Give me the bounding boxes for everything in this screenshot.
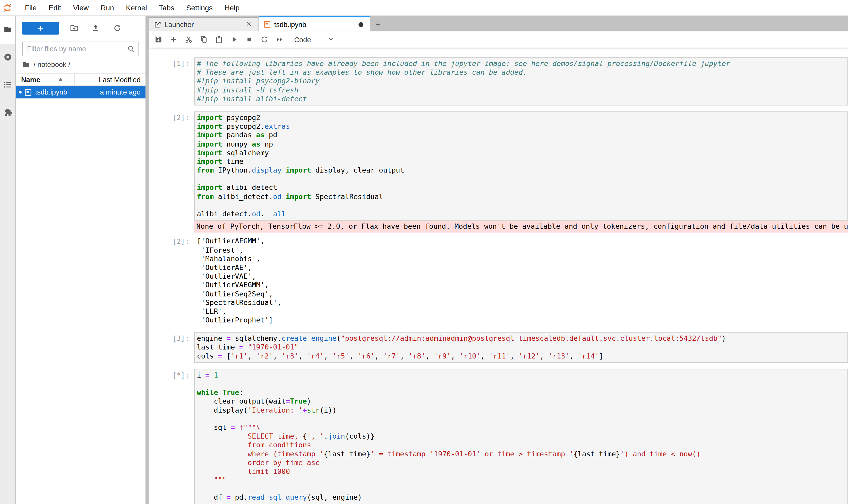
code-token-pl: . xyxy=(324,432,328,440)
menu-item-tabs[interactable]: Tabs xyxy=(153,4,180,12)
code-token-str: """ xyxy=(197,476,227,484)
cell-editor[interactable]: import psycopg2import psycopg2.extrasimp… xyxy=(194,111,848,221)
main-work-area: Launcher tsdb.ipynb xyxy=(149,16,848,504)
breadcrumb[interactable]: / notebook / xyxy=(16,56,145,72)
menu-item-kernel[interactable]: Kernel xyxy=(120,4,153,12)
code-token-kw: import xyxy=(286,192,311,201)
code-token-prop: extras xyxy=(265,122,290,130)
interrupt-kernel-button[interactable] xyxy=(242,33,257,47)
cell-editor[interactable]: # The following libraries have already b… xyxy=(194,57,848,106)
restart-kernel-button[interactable] xyxy=(257,33,272,47)
sidebar-tab-table-of-contents[interactable] xyxy=(0,75,15,94)
file-row-selected[interactable]: tsdb.ipynb a minute ago xyxy=(16,86,145,98)
code-line: i = 1 xyxy=(197,371,845,380)
code-cell[interactable]: [3]:engine = sqlalchemy.create_engine("p… xyxy=(149,332,848,363)
menu-bar: FileEditViewRunKernelTabsSettingsHelp xyxy=(0,0,848,16)
menu-item-help[interactable]: Help xyxy=(219,4,246,12)
menu-item-settings[interactable]: Settings xyxy=(180,4,219,12)
cell-type-dropdown[interactable]: Code xyxy=(294,36,311,44)
sidebar-tab-extension-manager[interactable] xyxy=(0,102,15,122)
tab-tsdb-notebook[interactable]: tsdb.ipynb xyxy=(259,16,370,32)
new-tab-button[interactable] xyxy=(370,17,386,32)
restart-icon xyxy=(260,35,269,44)
code-token-str: ') and time < now() xyxy=(620,450,701,458)
code-token-pl: , xyxy=(299,352,307,360)
column-header-last-modified[interactable]: Last Modified xyxy=(74,74,145,86)
code-token-pl xyxy=(243,343,248,351)
cell-editor[interactable]: engine = sqlalchemy.create_engine("postg… xyxy=(194,332,848,363)
code-token-pl: , xyxy=(375,352,383,360)
output-line: 'LLR', xyxy=(197,307,846,316)
column-header-name[interactable]: Name xyxy=(16,75,74,84)
code-line: from IPython.display import display, cle… xyxy=(197,166,845,175)
code-line: """ xyxy=(197,476,845,485)
code-token-pl: clear_output(wait xyxy=(197,397,286,406)
cell-input-prompt: [*]: xyxy=(149,369,194,504)
sidebar-tab-running-sessions[interactable] xyxy=(0,47,15,67)
code-cell[interactable]: [1]:# The following libraries have alrea… xyxy=(149,57,848,106)
restart-and-run-all-button[interactable] xyxy=(272,33,287,47)
cell-type-dropdown-arrow[interactable] xyxy=(327,35,336,44)
code-token-pl xyxy=(218,389,222,397)
copy-cells-button[interactable] xyxy=(196,33,212,47)
menu-item-edit[interactable]: Edit xyxy=(42,4,67,12)
chevron-down-icon xyxy=(327,35,335,43)
code-token-pl xyxy=(235,424,239,432)
puzzle-icon xyxy=(3,107,12,117)
file-list-header: Name Last Modified xyxy=(16,73,145,86)
run-cell-button[interactable] xyxy=(227,33,242,47)
notebook-cell-area[interactable]: [1]:# The following libraries have alrea… xyxy=(149,48,848,504)
code-token-pl: last_time xyxy=(197,343,239,351)
code-token-str: 'r11' xyxy=(489,352,510,360)
insert-cell-button[interactable] xyxy=(166,33,181,47)
code-token-kw: while xyxy=(197,389,218,397)
code-token-kw: import xyxy=(197,157,222,166)
menu-item-run[interactable]: Run xyxy=(95,4,120,12)
code-token-pl: (i)) xyxy=(320,406,337,414)
code-token-pl: df. xyxy=(231,502,248,504)
code-token-str: limit 1000 xyxy=(197,467,290,475)
code-token-pl: , xyxy=(540,352,548,360)
code-token-kw: from xyxy=(197,166,214,174)
notebook-file-icon xyxy=(24,88,32,96)
file-filter-input[interactable] xyxy=(26,44,127,54)
code-token-op: = xyxy=(286,397,290,406)
plus-icon xyxy=(374,21,382,28)
new-folder-button[interactable] xyxy=(68,22,80,35)
code-cell[interactable]: [*]:i = 1 while True: clear_output(wait=… xyxy=(149,369,848,504)
plus-icon: + xyxy=(38,23,43,33)
upload-button[interactable] xyxy=(89,22,102,35)
paste-cells-button[interactable] xyxy=(212,33,227,47)
close-tab-button[interactable] xyxy=(246,20,254,29)
code-token-pl: sql xyxy=(197,424,231,432)
cell-output-row: [2]:['OutlierAEGMM', 'IForest', 'Mahalan… xyxy=(149,235,848,326)
new-launcher-button[interactable]: + xyxy=(22,22,59,35)
refresh-file-list-button[interactable] xyxy=(111,22,124,35)
code-cell[interactable]: [2]:import psycopg2import psycopg2.extra… xyxy=(149,111,848,326)
code-token-pl: psycopg2. xyxy=(222,122,265,130)
code-line: import pandas as pd xyxy=(197,131,845,140)
sidebar-tab-file-browser[interactable] xyxy=(0,20,15,39)
tab-launcher[interactable]: Launcher xyxy=(149,17,259,32)
cell-editor[interactable]: i = 1 while True: clear_output(wait=True… xyxy=(194,369,848,504)
code-token-str: from conditions xyxy=(197,441,311,449)
save-button[interactable] xyxy=(151,33,166,47)
code-token-kw: as xyxy=(252,140,260,148)
panel-resize-handle[interactable] xyxy=(145,16,149,504)
code-token-pl: , xyxy=(426,352,434,360)
output-line: 'OutlierAE', xyxy=(197,264,846,272)
cell-output-stderr: None of PyTorch, TensorFlow >= 2.0, or F… xyxy=(194,221,848,233)
code-token-pl: pd xyxy=(265,131,277,139)
cut-cells-button[interactable] xyxy=(181,33,196,47)
code-token-str: 'r1' xyxy=(231,352,248,360)
code-token-prop: od xyxy=(273,192,282,201)
code-line: while True: xyxy=(197,389,845,397)
menu-item-file[interactable]: File xyxy=(19,4,43,12)
menu-item-view[interactable]: View xyxy=(67,4,94,12)
code-token-pl: df xyxy=(197,502,227,504)
code-token-prop: display xyxy=(252,166,282,174)
output-line: ['OutlierAEGMM', xyxy=(197,237,846,246)
code-token-pl: df xyxy=(197,493,227,502)
cell-output-prompt xyxy=(149,221,194,233)
plus-icon xyxy=(169,35,178,44)
